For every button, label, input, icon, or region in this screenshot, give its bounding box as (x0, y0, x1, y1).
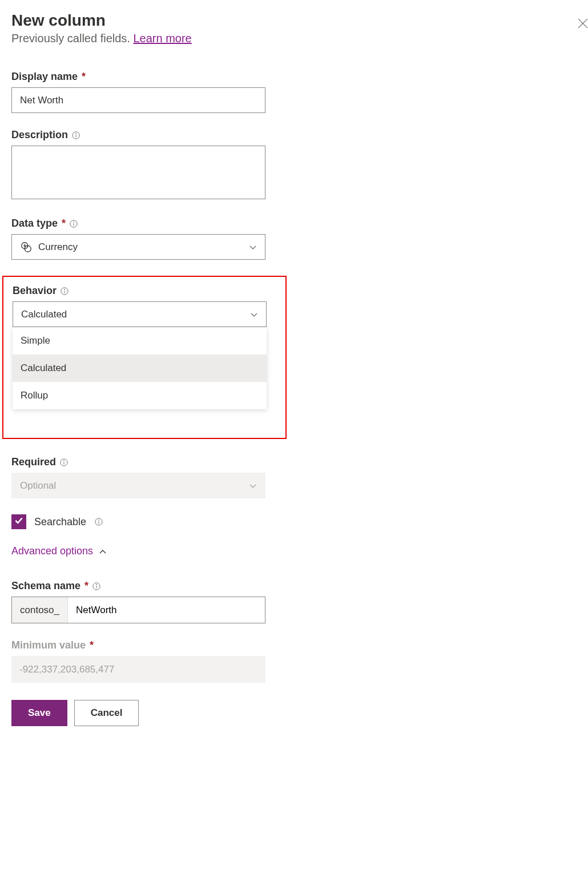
searchable-label: Searchable (34, 516, 86, 528)
info-icon[interactable] (69, 219, 78, 228)
page-title: New column (11, 11, 277, 30)
advanced-options-toggle[interactable]: Advanced options (11, 545, 277, 557)
checkmark-icon (14, 516, 24, 528)
behavior-option-simple[interactable]: Simple (13, 327, 267, 355)
subtitle-text: Previously called fields. (11, 32, 133, 45)
save-button[interactable]: Save (11, 700, 67, 726)
info-icon[interactable] (92, 582, 101, 591)
svg-point-21 (96, 584, 97, 585)
page-subtitle: Previously called fields. Learn more (11, 32, 277, 45)
info-icon[interactable] (71, 131, 80, 140)
behavior-value: Calculated (21, 309, 250, 320)
required-select: Optional (11, 473, 265, 498)
schema-prefix: contoso_ (12, 597, 68, 623)
info-icon[interactable] (94, 517, 103, 526)
schema-name-label: Schema name * (11, 580, 88, 592)
behavior-highlight: Behavior Calculated Simple Calculated Ro… (2, 276, 287, 439)
chevron-down-icon (250, 311, 258, 319)
close-icon (578, 21, 588, 30)
info-icon[interactable] (60, 287, 69, 296)
searchable-checkbox[interactable] (11, 514, 26, 529)
svg-point-12 (65, 289, 65, 289)
behavior-dropdown: Simple Calculated Rollup (13, 327, 267, 409)
learn-more-link[interactable]: Learn more (133, 32, 191, 45)
chevron-down-icon (249, 482, 257, 490)
required-label: Required (11, 456, 56, 468)
required-value: Optional (20, 480, 249, 492)
minimum-value-input: -922,337,203,685,477 (11, 656, 265, 683)
svg-point-15 (64, 460, 65, 461)
display-name-input[interactable] (11, 87, 265, 113)
display-name-label: Display name * (11, 71, 86, 83)
chevron-up-icon (99, 547, 107, 555)
svg-point-18 (99, 520, 99, 521)
behavior-select[interactable]: Calculated (13, 301, 267, 327)
description-textarea[interactable] (11, 146, 265, 199)
svg-point-7 (74, 222, 74, 222)
description-label: Description (11, 129, 68, 141)
info-icon[interactable] (59, 458, 69, 467)
behavior-option-calculated[interactable]: Calculated (13, 355, 267, 382)
data-type-select[interactable]: Currency (11, 234, 265, 260)
advanced-options-label: Advanced options (11, 545, 93, 557)
data-type-label: Data type * (11, 218, 66, 229)
data-type-value: Currency (38, 241, 249, 253)
chevron-down-icon (249, 243, 257, 251)
close-button[interactable] (578, 18, 588, 31)
schema-name-input[interactable] (68, 597, 265, 623)
behavior-option-rollup[interactable]: Rollup (13, 382, 267, 409)
svg-point-4 (76, 133, 76, 134)
currency-icon (20, 241, 33, 253)
minimum-value-label: Minimum value * (11, 639, 94, 651)
cancel-button[interactable]: Cancel (74, 700, 139, 726)
schema-name-input-wrapper: contoso_ (11, 597, 265, 623)
behavior-label: Behavior (13, 285, 57, 297)
